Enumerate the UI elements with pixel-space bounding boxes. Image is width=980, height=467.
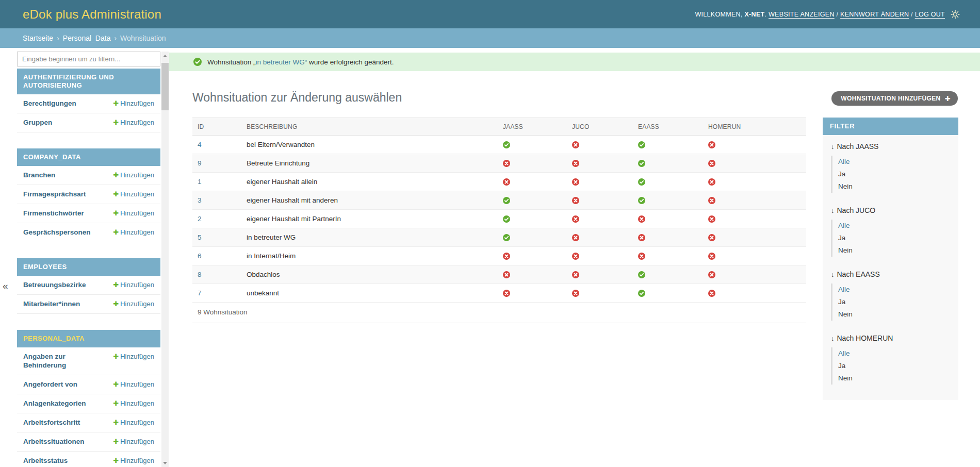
column-header-jaass[interactable]: JAASS — [498, 123, 567, 130]
model-link[interactable]: Anlagenkategorien — [23, 399, 86, 408]
breadcrumb-separator: › — [114, 34, 117, 42]
filter-option-link[interactable]: Alle — [838, 349, 850, 357]
sidebar-item-gesprächspersonen: Gesprächspersonen✚Hinzufügen — [17, 223, 160, 242]
header-link-log-out[interactable]: LOG OUT — [915, 11, 945, 18]
scrollbar-down-arrow-icon[interactable] — [161, 459, 169, 467]
add-link[interactable]: ✚Hinzufügen — [113, 99, 154, 108]
plus-icon: ✚ — [113, 457, 119, 464]
filter-option-link[interactable]: Ja — [838, 362, 845, 370]
theme-toggle-sun-icon[interactable] — [950, 9, 960, 20]
header-link-website-anzeigen[interactable]: WEBSITE ANZEIGEN — [769, 11, 835, 18]
wohnsituation-table: IDBESCHREIBUNGJAASSJUCOEAASSHOMERUN 4bei… — [192, 118, 806, 323]
row-id-link[interactable]: 3 — [198, 196, 202, 204]
filter-group-label[interactable]: ↓Nach JAASS — [831, 142, 950, 151]
column-header-juco[interactable]: JUCO — [567, 123, 633, 130]
model-link[interactable]: Branchen — [23, 171, 55, 179]
add-link[interactable]: ✚Hinzufügen — [113, 209, 154, 218]
row-id-link[interactable]: 8 — [198, 271, 202, 278]
add-link[interactable]: ✚Hinzufügen — [113, 352, 154, 361]
x-circle-icon — [498, 253, 567, 260]
model-link[interactable]: Angefordert von — [23, 380, 77, 389]
add-link[interactable]: ✚Hinzufügen — [113, 456, 154, 465]
x-circle-icon — [633, 234, 703, 241]
model-link[interactable]: Betreuungsbezirke — [23, 280, 86, 289]
plus-icon: ✚ — [113, 190, 119, 198]
scrollbar-thumb[interactable] — [161, 63, 169, 110]
filter-option-link[interactable]: Alle — [838, 158, 850, 165]
scrollbar-up-arrow-icon[interactable] — [161, 52, 169, 60]
sidebar-item-anlagenkategorien: Anlagenkategorien✚Hinzufügen — [17, 394, 160, 413]
table-row: 3eigener Haushalt mit anderen — [192, 191, 806, 210]
sidebar-section-title[interactable]: PERSONAL_DATA — [17, 330, 160, 347]
model-link[interactable]: Firmagesprächsart — [23, 190, 86, 198]
filter-option-ja: Ja — [838, 360, 950, 372]
row-description: Betreute Einrichtung — [241, 159, 498, 167]
welcome-text: WILLKOMMEN, — [695, 11, 744, 18]
sidebar-section-title[interactable]: AUTHENTIFIZIERUNG UND AUTORISIERUNG — [17, 69, 160, 94]
filter-option-link[interactable]: Ja — [838, 170, 845, 178]
filter-option-link[interactable]: Nein — [838, 246, 853, 254]
sidebar-scrollbar[interactable] — [161, 52, 169, 467]
model-link[interactable]: Berechtigungen — [23, 99, 76, 108]
filter-option-nein: Nein — [838, 372, 950, 385]
add-link[interactable]: ✚Hinzufügen — [113, 118, 154, 127]
add-link[interactable]: ✚Hinzufügen — [113, 418, 154, 427]
row-id-link[interactable]: 9 — [198, 159, 202, 167]
column-header-eaass[interactable]: EAASS — [633, 123, 703, 130]
model-link[interactable]: Arbeitssituationen — [23, 437, 85, 446]
changed-object-link[interactable]: in betreuter WG — [256, 58, 305, 66]
column-header-homerun[interactable]: HOMERUN — [703, 123, 806, 130]
row-id-link[interactable]: 1 — [198, 178, 202, 186]
row-id-link[interactable]: 5 — [198, 233, 202, 241]
filter-option-link[interactable]: Nein — [838, 310, 853, 318]
model-link[interactable]: Arbeitsstatus — [23, 456, 68, 465]
filter-option-link[interactable]: Alle — [838, 222, 850, 229]
filter-option-link[interactable]: Ja — [838, 234, 845, 242]
filter-option-link[interactable]: Nein — [838, 374, 853, 382]
sidebar-filter-input[interactable] — [17, 52, 160, 66]
breadcrumb-item-personal-data[interactable]: Personal_Data — [63, 34, 111, 42]
plus-icon: ✚ — [113, 419, 119, 426]
row-id-link[interactable]: 6 — [198, 252, 202, 260]
sidebar-collapse-toggle[interactable]: « — [3, 281, 8, 291]
filter-group-label[interactable]: ↓Nach EAASS — [831, 270, 950, 278]
filter-group-label[interactable]: ↓Nach HOMERUN — [831, 334, 950, 342]
column-header-beschreibung[interactable]: BESCHREIBUNG — [241, 123, 498, 130]
model-link[interactable]: Arbeitsfortschritt — [23, 418, 80, 427]
add-link[interactable]: ✚Hinzufügen — [113, 171, 154, 179]
row-id-link[interactable]: 2 — [198, 215, 202, 223]
filter-option-link[interactable]: Nein — [838, 182, 853, 190]
check-circle-icon — [633, 271, 703, 278]
filter-option-link[interactable]: Alle — [838, 286, 850, 293]
add-link[interactable]: ✚Hinzufügen — [113, 228, 154, 237]
check-circle-icon — [498, 141, 567, 148]
add-link[interactable]: ✚Hinzufügen — [113, 280, 154, 289]
model-link[interactable]: Firmenstichwörter — [23, 209, 84, 218]
row-id-link[interactable]: 7 — [198, 289, 202, 297]
x-circle-icon — [567, 178, 633, 186]
model-link[interactable]: Gruppen — [23, 118, 52, 127]
breadcrumb-item-startseite[interactable]: Startseite — [23, 34, 53, 42]
column-header-id[interactable]: ID — [192, 123, 241, 130]
add-link[interactable]: ✚Hinzufügen — [113, 190, 154, 198]
add-link[interactable]: ✚Hinzufügen — [113, 299, 154, 308]
filter-option-link[interactable]: Ja — [838, 298, 845, 306]
sidebar-section-title[interactable]: EMPLOYEES — [17, 258, 160, 276]
add-link[interactable]: ✚Hinzufügen — [113, 437, 154, 446]
filter-group-label[interactable]: ↓Nach JUCO — [831, 206, 950, 214]
sidebar-item-angaben-zur-behinderung: Angaben zur Behinderung✚Hinzufügen — [17, 347, 160, 375]
add-wohnsituation-button[interactable]: WOHNSITUATION HINZUFÜGEN ✚ — [831, 91, 958, 106]
model-link[interactable]: Mitarbeiter*innen — [23, 299, 80, 308]
model-link[interactable]: Angaben zur Behinderung — [23, 352, 101, 370]
add-link[interactable]: ✚Hinzufügen — [113, 399, 154, 408]
row-id-link[interactable]: 4 — [198, 141, 202, 148]
add-link[interactable]: ✚Hinzufügen — [113, 380, 154, 389]
x-circle-icon — [703, 197, 806, 204]
sidebar-item-gruppen: Gruppen✚Hinzufügen — [17, 113, 160, 132]
x-circle-icon — [703, 234, 806, 241]
header-link-kennwort-ändern[interactable]: KENNWORT ÄNDERN — [840, 11, 909, 18]
model-link[interactable]: Gesprächspersonen — [23, 228, 91, 237]
plus-icon: ✚ — [945, 95, 951, 103]
sidebar-section-title[interactable]: COMPANY_DATA — [17, 148, 160, 166]
check-circle-icon — [498, 234, 567, 241]
